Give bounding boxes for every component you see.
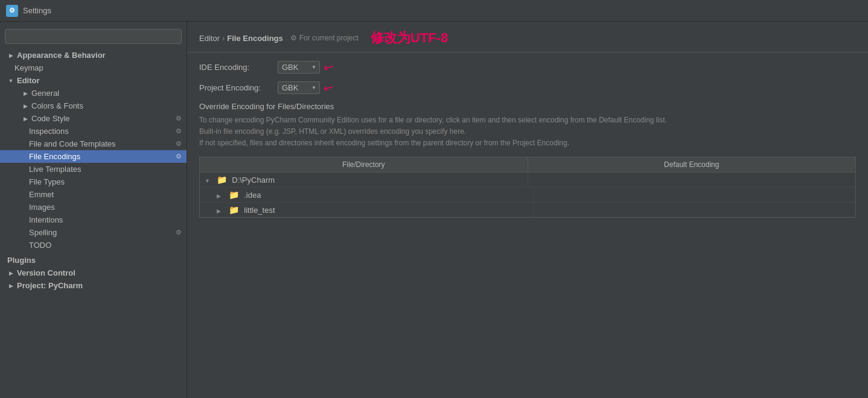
sidebar-label: Editor	[17, 76, 40, 85]
project-encoding-value: GBK	[282, 83, 298, 92]
sidebar-item-spelling[interactable]: Spelling ⚙	[0, 226, 187, 239]
arrow-icon	[22, 103, 29, 110]
sidebar-item-images[interactable]: Images	[0, 201, 187, 213]
sidebar-item-intentions[interactable]: Intentions	[0, 213, 187, 226]
sidebar-label: Inspections	[29, 127, 69, 136]
description-text: To change encoding PyCharm Community Edi…	[199, 115, 856, 150]
file-path-value: little_test	[244, 206, 275, 215]
encoding-cell	[528, 172, 856, 187]
titlebar: ⚙ Settings	[0, 0, 868, 22]
annotation-text: 修改为UTF-8	[371, 29, 448, 47]
search-input[interactable]	[5, 29, 182, 44]
project-encoding-row: Project Encoding: GBK ↙	[199, 80, 856, 95]
sidebar-label: Emmet	[29, 190, 54, 199]
arrow-icon	[7, 282, 14, 289]
content-body: IDE Encoding: GBK ↙ Project Encoding: GB…	[187, 52, 868, 225]
table-row[interactable]: ▼ 📁 D:\PyCharm	[200, 172, 855, 188]
sidebar-item-colors-fonts[interactable]: Colors & Fonts	[0, 100, 187, 112]
main-content: Editor › File Encodings For current proj…	[187, 22, 868, 398]
sidebar-item-todo[interactable]: TODO	[0, 239, 187, 251]
tree-arrow-down-icon: ▼	[205, 178, 214, 184]
for-project-label: For current project	[290, 34, 359, 42]
sidebar-item-project-pycharm[interactable]: Project: PyCharm	[0, 279, 187, 292]
ide-encoding-label: IDE Encoding:	[199, 63, 278, 72]
sidebar-label: Intentions	[29, 215, 63, 224]
arrow-icon	[7, 52, 14, 59]
content-header: Editor › File Encodings For current proj…	[187, 22, 868, 52]
file-path-value: D:\PyCharm	[232, 175, 275, 185]
arrow-annotation-ide: ↙	[321, 58, 337, 75]
sidebar-item-editor[interactable]: Editor	[0, 74, 187, 87]
content-area: Appearance & Behavior Keymap Editor Gene…	[0, 22, 868, 398]
arrow-icon	[22, 90, 29, 97]
file-path-cell: ▶ 📁 little_test	[200, 203, 534, 217]
sidebar-item-file-encodings[interactable]: File Encodings ⚙	[0, 150, 187, 163]
sidebar-label: Plugins	[7, 256, 36, 265]
sidebar-item-code-style[interactable]: Code Style ⚙	[0, 112, 187, 125]
sidebar-item-plugins[interactable]: Plugins	[0, 254, 187, 267]
sidebar-item-appearance[interactable]: Appearance & Behavior	[0, 49, 187, 62]
settings-icon: ⚙	[176, 153, 182, 160]
sidebar-label: Images	[29, 203, 55, 212]
settings-icon: ⚙	[176, 115, 182, 122]
table-row[interactable]: ▶ 📁 .idea	[200, 188, 855, 203]
ide-encoding-value: GBK	[282, 63, 298, 72]
sidebar-item-emmet[interactable]: Emmet	[0, 188, 187, 201]
sidebar-label: Keymap	[14, 63, 43, 72]
folder-icon: 📁	[217, 175, 227, 185]
sidebar-label: File Types	[29, 177, 65, 186]
settings-icon: ⚙	[176, 140, 182, 148]
sidebar-item-live-templates[interactable]: Live Templates	[0, 163, 187, 175]
sidebar-label: Live Templates	[29, 165, 81, 174]
ide-encoding-dropdown[interactable]: GBK	[278, 61, 320, 74]
file-path-cell: ▶ 📁 .idea	[200, 188, 534, 202]
sidebar-label: Code Style	[31, 114, 70, 123]
table-col-encoding: Default Encoding	[528, 157, 856, 172]
folder-icon: 📁	[229, 205, 239, 215]
breadcrumb-separator: ›	[222, 34, 225, 43]
table-col-file: File/Directory	[200, 157, 528, 172]
table-header-row: File/Directory Default Encoding	[200, 157, 855, 172]
file-path-value: .idea	[244, 191, 261, 200]
sidebar-label: TODO	[29, 241, 51, 250]
table-row[interactable]: ▶ 📁 little_test	[200, 203, 855, 217]
file-directory-table: File/Directory Default Encoding ▼ 📁 D:\P…	[199, 157, 856, 218]
sidebar-item-general[interactable]: General	[0, 87, 187, 100]
tree-arrow-right-icon: ▶	[217, 193, 226, 199]
sidebar-label: Appearance & Behavior	[17, 51, 106, 60]
arrow-icon	[22, 115, 29, 122]
arrow-icon	[7, 270, 14, 277]
file-path-cell: ▼ 📁 D:\PyCharm	[200, 172, 528, 187]
sidebar-item-file-types[interactable]: File Types	[0, 175, 187, 188]
breadcrumb: Editor › File Encodings	[199, 34, 283, 43]
ide-encoding-row: IDE Encoding: GBK ↙	[199, 60, 856, 74]
breadcrumb-current: File Encodings	[227, 34, 282, 43]
arrow-icon	[7, 77, 14, 84]
sidebar-label: Spelling	[29, 228, 57, 237]
app-icon: ⚙	[6, 5, 18, 17]
window-title: Settings	[23, 6, 51, 15]
sidebar-label: Colors & Fonts	[31, 101, 83, 110]
tree-arrow-right-icon: ▶	[217, 208, 226, 214]
folder-icon: 📁	[229, 190, 239, 200]
sidebar: Appearance & Behavior Keymap Editor Gene…	[0, 22, 187, 398]
sidebar-label: General	[31, 89, 59, 98]
settings-window: ⚙ Settings Appearance & Behavior Keymap …	[0, 0, 868, 398]
settings-icon: ⚙	[176, 127, 182, 135]
project-encoding-dropdown[interactable]: GBK	[278, 81, 320, 94]
sidebar-item-file-code-templates[interactable]: File and Code Templates ⚙	[0, 137, 187, 150]
override-section-title: Override Encoding for Files/Directories	[199, 102, 856, 111]
sidebar-item-version-control[interactable]: Version Control	[0, 267, 187, 279]
sidebar-label: Project: PyCharm	[17, 281, 83, 290]
sidebar-label: Version Control	[17, 268, 75, 277]
arrow-annotation-project: ↙	[321, 78, 337, 96]
sidebar-label: File and Code Templates	[29, 139, 116, 148]
encoding-cell	[534, 188, 856, 202]
settings-icon: ⚙	[176, 229, 182, 236]
sidebar-item-keymap[interactable]: Keymap	[0, 62, 187, 74]
project-encoding-label: Project Encoding:	[199, 83, 278, 92]
sidebar-label: File Encodings	[29, 152, 80, 161]
sidebar-item-inspections[interactable]: Inspections ⚙	[0, 125, 187, 137]
encoding-cell	[534, 203, 856, 217]
breadcrumb-parent: Editor	[199, 34, 220, 43]
